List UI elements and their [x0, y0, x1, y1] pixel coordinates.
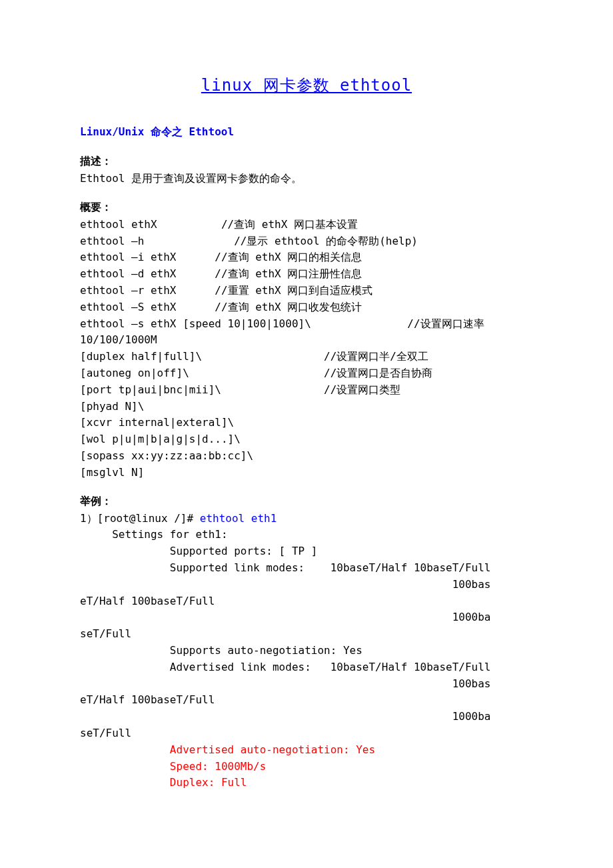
- syn-line: 10/100/1000M: [80, 333, 157, 346]
- syn-line: [wol p|u|m|b|a|g|s|d...]\: [80, 433, 241, 445]
- example-highlight-line: Speed: 1000Mb/s: [80, 760, 266, 773]
- example-line: 100bas: [80, 677, 491, 690]
- synopsis-block: ethtool ethX //查询 ethX 网口基本设置 ethtool –h…: [80, 217, 533, 481]
- document-page: linux 网卡参数 ethtool Linux/Unix 命令之 Ethtoo…: [0, 0, 613, 868]
- example-line: 100bas: [80, 578, 491, 591]
- example-line: Supported link modes: 10baseT/Half 10bas…: [80, 561, 491, 574]
- syn-line: ethtool –h //显示 ethtool 的命令帮助(help): [80, 235, 418, 247]
- example-line: 1000ba: [80, 710, 491, 723]
- example-line: eT/Half 100baseT/Full: [80, 693, 215, 706]
- example-command: ethtool eth1: [200, 512, 277, 525]
- example-line: Supported ports: [ TP ]: [80, 545, 317, 557]
- syn-line: ethtool –r ethX //重置 ethX 网口到自适应模式: [80, 284, 372, 297]
- example-prompt: 1）[root@linux /]#: [80, 512, 200, 525]
- description-heading: 描述：: [80, 153, 533, 169]
- example-line: 1000ba: [80, 611, 491, 623]
- example-line: seT/Full: [80, 627, 131, 640]
- example-line: eT/Half 100baseT/Full: [80, 595, 215, 607]
- syn-line: ethtool –S ethX //查询 ethX 网口收发包统计: [80, 301, 362, 313]
- syn-line: [sopass xx:yy:zz:aa:bb:cc]\: [80, 449, 253, 462]
- syn-line: [phyad N]\: [80, 400, 144, 413]
- example-line: Settings for eth1:: [80, 528, 228, 541]
- syn-line: ethtool ethX //查询 ethX 网口基本设置: [80, 218, 358, 231]
- syn-line: [port tp|aui|bnc|mii]\ //设置网口类型: [80, 383, 400, 396]
- syn-line: ethtool –d ethX //查询 ethX 网口注册性信息: [80, 267, 362, 280]
- syn-line: [duplex half|full]\ //设置网口半/全双工: [80, 350, 428, 363]
- syn-line: [xcvr internal|exteral]\: [80, 416, 234, 429]
- syn-line: ethtool –i ethX //查询 ethX 网口的相关信息: [80, 251, 362, 263]
- example-highlight-line: Duplex: Full: [80, 776, 247, 789]
- description-text: Ethtool 是用于查询及设置网卡参数的命令。: [80, 171, 533, 187]
- example-line: seT/Full: [80, 727, 131, 739]
- example-block: 1）[root@linux /]# ethtool eth1 Settings …: [80, 511, 533, 792]
- subtitle: Linux/Unix 命令之 Ethtool: [80, 124, 533, 140]
- example-line: Advertised link modes: 10baseT/Half 10ba…: [80, 661, 491, 673]
- example-line: Supports auto-negotiation: Yes: [80, 644, 362, 657]
- syn-line: ethtool –s ethX [speed 10|100|1000]\ //设…: [80, 317, 484, 330]
- example-highlight-line: Advertised auto-negotiation: Yes: [80, 743, 375, 756]
- syn-line: [autoneg on|off]\ //设置网口是否自协商: [80, 367, 432, 379]
- syn-line: [msglvl N]: [80, 466, 144, 479]
- synopsis-heading: 概要：: [80, 199, 533, 215]
- example-heading: 举例：: [80, 493, 533, 509]
- page-title: linux 网卡参数 ethtool: [80, 73, 533, 97]
